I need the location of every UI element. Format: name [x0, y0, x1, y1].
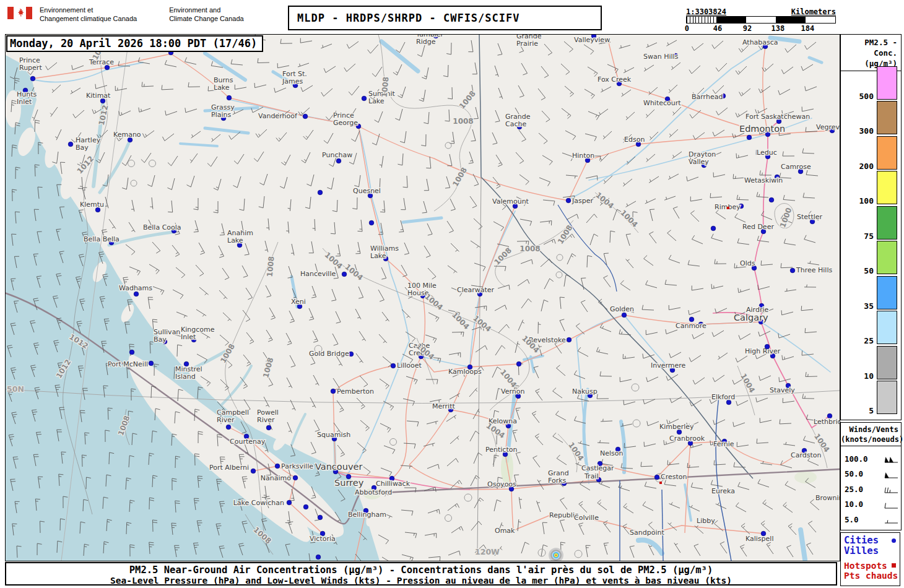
- city-dot[interactable]: [30, 76, 35, 81]
- wind-speed-label: 5.0: [845, 515, 871, 524]
- city-label: Kemano: [113, 131, 141, 139]
- pm25-color-swatch: [877, 381, 897, 414]
- city-label: Penticton: [485, 446, 517, 454]
- hotspot-square[interactable]: [659, 482, 662, 484]
- city-label: Fox Creek: [598, 76, 632, 84]
- city-dot[interactable]: [342, 272, 347, 277]
- city-dot[interactable]: [303, 504, 308, 509]
- weather-map[interactable]: PrinceRupertHuntsInletTerraceSmithersKit…: [6, 35, 840, 561]
- city-label: Golden: [610, 305, 634, 313]
- city-label: Three Hills: [796, 266, 832, 274]
- city-dot[interactable]: [251, 469, 256, 473]
- city-dot[interactable]: [369, 220, 374, 225]
- city-dot[interactable]: [747, 135, 752, 140]
- city-dot[interactable]: [362, 96, 367, 101]
- city-dot[interactable]: [318, 190, 323, 195]
- city-dot[interactable]: [227, 95, 232, 100]
- city-label: Klemtu: [80, 201, 104, 209]
- city-label: Calgary: [734, 313, 768, 322]
- scale-tick: 0: [685, 24, 689, 33]
- city-label: Kalispell: [745, 535, 773, 543]
- city-dot[interactable]: [266, 425, 271, 430]
- header: Environnement et Changement climatique C…: [7, 6, 244, 24]
- city-label: PrinceRupert: [19, 56, 42, 72]
- island: [394, 519, 400, 530]
- pm25-threshold-label: 35: [864, 301, 874, 311]
- scalebar-segment: [716, 17, 746, 23]
- scale-tick: 138: [771, 24, 784, 33]
- pm25-color-swatch: [877, 66, 897, 100]
- city-dot[interactable]: [516, 361, 521, 366]
- map-viewport[interactable]: Monday, 20 April 2026 18:00 PDT (17/46): [5, 34, 840, 561]
- city-label: Xeni: [291, 298, 306, 306]
- scalebar-segment: [687, 17, 716, 23]
- city-label: Nanaimo: [261, 474, 291, 482]
- city-dot[interactable]: [567, 337, 572, 342]
- scalebar-ticks: 04692138184: [686, 24, 838, 33]
- city-dot[interactable]: [287, 500, 292, 505]
- hotspot-square[interactable]: [727, 207, 729, 209]
- winds-legend: Winds/Vents (knots/noeuds) 100.050.025.0…: [840, 422, 902, 530]
- scale-ratio: 1:3303824: [686, 7, 726, 16]
- island: [381, 528, 388, 540]
- city-dot[interactable]: [331, 389, 336, 394]
- city-label: Kitimat: [86, 92, 111, 100]
- pm25-legend-row: 50: [841, 242, 897, 275]
- city-label: Chilliwack: [376, 480, 411, 488]
- wind-speed-row: 25.0: [845, 482, 899, 497]
- city-label: Colville: [574, 514, 599, 522]
- scalebar-segment: [776, 17, 806, 23]
- city-label: Jasper: [572, 197, 593, 205]
- city-label: Edson: [624, 136, 645, 144]
- city-dot[interactable]: [769, 197, 774, 202]
- wind-speed-row: 100.0: [845, 451, 899, 467]
- wind-speed-label: 10.0: [845, 499, 871, 509]
- city-label: Whitecourt: [643, 99, 681, 107]
- caption-box: PM2.5 Near-Ground Air Concentrations (µg…: [5, 562, 837, 586]
- scale-unit: Kilometers: [791, 7, 836, 16]
- wind-barb-icon: [871, 467, 899, 481]
- city-label: Kamloops: [448, 368, 482, 376]
- pm25-legend-row: 300: [841, 102, 897, 135]
- city-dot[interactable]: [316, 555, 321, 560]
- city-dot[interactable]: [68, 142, 73, 147]
- pm25-threshold-label: 100: [859, 196, 874, 205]
- city-dot[interactable]: [765, 344, 770, 349]
- pm25-threshold-label: 75: [864, 231, 874, 241]
- city-label: Quesnel: [353, 187, 381, 195]
- city-label: Valemount: [492, 197, 529, 205]
- city-dot[interactable]: [293, 475, 298, 480]
- wind-barb-icon: [871, 452, 899, 465]
- city-label: Osoyoos: [487, 480, 516, 488]
- city-dot[interactable]: [336, 158, 341, 163]
- city-label: Merritt: [432, 402, 455, 410]
- city-label: Lethbridge: [814, 418, 840, 426]
- city-dot[interactable]: [654, 475, 659, 480]
- city-dot[interactable]: [149, 361, 154, 366]
- eccc-weather-map-page: Environnement et Changement climatique C…: [0, 0, 904, 588]
- city-dot[interactable]: [275, 464, 280, 469]
- city-label: High River: [745, 347, 781, 355]
- city-label: Trail: [584, 472, 598, 480]
- city-dot[interactable]: [303, 114, 308, 119]
- city-label: Eureka: [711, 487, 735, 495]
- city-label: GrandePrairie: [516, 35, 542, 48]
- city-dot[interactable]: [318, 515, 323, 520]
- city-label: Hinton: [572, 152, 594, 160]
- caption-line1: PM2.5 Near-Ground Air Concentrations (µg…: [6, 564, 836, 576]
- city-label: Browning: [815, 494, 840, 502]
- city-dot[interactable]: [129, 350, 134, 355]
- city-dot[interactable]: [689, 317, 694, 322]
- city-dot[interactable]: [226, 425, 231, 430]
- city-dot[interactable]: [349, 352, 354, 357]
- wind-barb-icon: [871, 498, 899, 511]
- city-label: Wetaskiwin: [744, 176, 783, 184]
- city-dot[interactable]: [790, 268, 795, 273]
- wind-speed-row: 5.0: [845, 512, 899, 527]
- pm25-plume-ring: [555, 555, 557, 556]
- city-dot[interactable]: [134, 292, 139, 296]
- city-dot[interactable]: [391, 363, 396, 368]
- city-dot[interactable]: [566, 198, 571, 203]
- city-dot[interactable]: [711, 226, 716, 231]
- city-dot[interactable]: [622, 313, 627, 318]
